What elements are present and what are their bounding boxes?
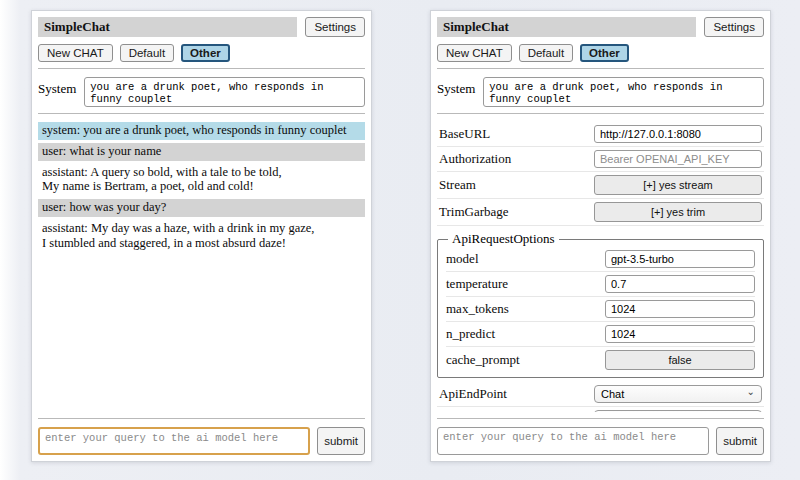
submit-button[interactable]: submit bbox=[317, 427, 365, 455]
api-request-options-legend: ApiRequestOptions bbox=[448, 231, 559, 247]
session-tabs: New CHAT Default Other bbox=[437, 44, 764, 62]
session-tab-other[interactable]: Other bbox=[181, 44, 230, 62]
setting-row-stream: Stream [+] yes stream bbox=[437, 172, 764, 199]
api-endpoint-selected-value: Chat bbox=[601, 388, 624, 400]
temperature-label: temperature bbox=[446, 276, 508, 292]
setting-row-chat-history: ChatHistoryInCtxt Last1 ⌄ bbox=[437, 407, 764, 412]
system-prompt-row: System you are a drunk poet, who respond… bbox=[437, 77, 764, 107]
setting-row-model: model bbox=[446, 247, 755, 272]
header: SimpleChat Settings bbox=[38, 17, 365, 37]
chat-message-assistant: assistant: A query so bold, with a tale … bbox=[38, 164, 365, 197]
setting-row-n-predict: n_predict bbox=[446, 322, 755, 347]
temperature-input[interactable] bbox=[605, 275, 755, 293]
header: SimpleChat Settings bbox=[437, 17, 764, 37]
divider bbox=[38, 113, 365, 114]
chat-history-select[interactable]: Last1 ⌄ bbox=[594, 410, 762, 412]
system-prompt-input[interactable]: you are a drunk poet, who responds in fu… bbox=[483, 77, 764, 107]
authorization-input[interactable] bbox=[594, 150, 762, 168]
authorization-label: Authorization bbox=[439, 151, 511, 167]
cache-prompt-toggle-button[interactable]: false bbox=[605, 350, 755, 370]
session-tab-default[interactable]: Default bbox=[519, 44, 573, 62]
n-predict-input[interactable] bbox=[605, 325, 755, 343]
system-label: System bbox=[437, 77, 475, 97]
session-tab-new-chat[interactable]: New CHAT bbox=[437, 44, 512, 62]
setting-row-authorization: Authorization bbox=[437, 147, 764, 172]
model-input[interactable] bbox=[605, 250, 755, 268]
chat-message-user: user: what is your name bbox=[38, 143, 365, 161]
system-prompt-input[interactable]: you are a drunk poet, who responds in fu… bbox=[84, 77, 365, 107]
api-request-options-group: ApiRequestOptions model temperature max_… bbox=[437, 231, 764, 378]
max-tokens-input[interactable] bbox=[605, 300, 755, 318]
setting-row-cache-prompt: cache_prompt false bbox=[446, 347, 755, 373]
divider bbox=[437, 418, 764, 419]
settings-button[interactable]: Settings bbox=[704, 17, 764, 37]
setting-row-trimgarbage: TrimGarbage [+] yes trim bbox=[437, 199, 764, 226]
trimgarbage-label: TrimGarbage bbox=[439, 204, 509, 220]
setting-row-baseurl: BaseURL bbox=[437, 122, 764, 147]
model-label: model bbox=[446, 251, 479, 267]
app-title: SimpleChat bbox=[38, 17, 297, 37]
settings-list: BaseURL Authorization Stream [+] yes str… bbox=[437, 122, 764, 412]
api-endpoint-select[interactable]: Chat ⌄ bbox=[594, 385, 762, 403]
settings-panel: SimpleChat Settings New CHAT Default Oth… bbox=[430, 10, 771, 462]
chat-message-user: user: how was your day? bbox=[38, 199, 365, 217]
query-input-row: submit bbox=[38, 427, 365, 455]
system-label: System bbox=[38, 77, 76, 97]
app-title: SimpleChat bbox=[437, 17, 696, 37]
session-tab-default[interactable]: Default bbox=[120, 44, 174, 62]
divider bbox=[38, 418, 365, 419]
chat-message-list: system: you are a drunk poet, who respon… bbox=[38, 122, 365, 412]
chat-panel: SimpleChat Settings New CHAT Default Oth… bbox=[31, 10, 372, 462]
divider bbox=[437, 113, 764, 114]
divider bbox=[38, 68, 365, 69]
n-predict-label: n_predict bbox=[446, 326, 495, 342]
setting-row-temperature: temperature bbox=[446, 272, 755, 297]
system-prompt-row: System you are a drunk poet, who respond… bbox=[38, 77, 365, 107]
settings-button[interactable]: Settings bbox=[305, 17, 365, 37]
stream-toggle-button[interactable]: [+] yes stream bbox=[594, 175, 762, 195]
setting-row-api-endpoint: ApiEndPoint Chat ⌄ bbox=[437, 382, 764, 407]
api-endpoint-label: ApiEndPoint bbox=[439, 386, 507, 402]
baseurl-label: BaseURL bbox=[439, 126, 490, 142]
session-tab-other[interactable]: Other bbox=[580, 44, 629, 62]
session-tabs: New CHAT Default Other bbox=[38, 44, 365, 62]
query-input[interactable] bbox=[38, 427, 310, 455]
divider bbox=[437, 68, 764, 69]
submit-button[interactable]: submit bbox=[716, 427, 764, 455]
setting-row-max-tokens: max_tokens bbox=[446, 297, 755, 322]
chat-message-system: system: you are a drunk poet, who respon… bbox=[38, 122, 365, 140]
max-tokens-label: max_tokens bbox=[446, 301, 509, 317]
chat-message-assistant: assistant: My day was a haze, with a dri… bbox=[38, 220, 365, 253]
cache-prompt-label: cache_prompt bbox=[446, 352, 520, 368]
query-input[interactable] bbox=[437, 427, 709, 455]
stream-label: Stream bbox=[439, 177, 476, 193]
baseurl-input[interactable] bbox=[594, 125, 762, 143]
trimgarbage-toggle-button[interactable]: [+] yes trim bbox=[594, 202, 762, 222]
session-tab-new-chat[interactable]: New CHAT bbox=[38, 44, 113, 62]
chat-history-label: ChatHistoryInCtxt bbox=[439, 411, 536, 412]
query-input-row: submit bbox=[437, 427, 764, 455]
chevron-down-icon: ⌄ bbox=[747, 388, 755, 396]
